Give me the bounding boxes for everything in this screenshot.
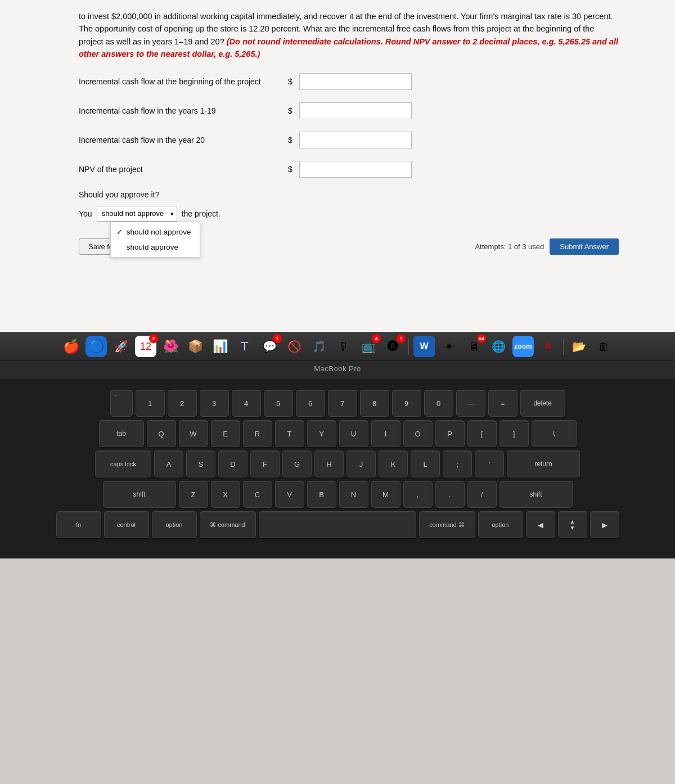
key-arrow-left[interactable]: ◀: [526, 511, 555, 538]
dropdown-wrapper[interactable]: should not approve should approve should…: [97, 206, 177, 222]
key-4[interactable]: 4: [232, 390, 261, 417]
key-minus[interactable]: —: [456, 390, 485, 417]
key-a[interactable]: A: [154, 450, 183, 477]
key-o[interactable]: O: [403, 420, 433, 447]
key-u[interactable]: U: [339, 420, 368, 447]
key-backslash[interactable]: \: [532, 420, 577, 447]
key-m[interactable]: M: [371, 481, 400, 508]
field-row-3: Incremental cash flow in the year 20 $: [79, 132, 658, 148]
app6-icon[interactable]: 📊: [209, 336, 231, 357]
key-g[interactable]: G: [282, 450, 312, 477]
chrome-icon[interactable]: 🌐: [488, 336, 509, 357]
trash-icon[interactable]: 🗑: [593, 336, 614, 357]
key-ctrl[interactable]: control: [104, 511, 149, 538]
key-equals[interactable]: =: [488, 390, 518, 417]
key-quote[interactable]: ': [475, 450, 504, 477]
key-j[interactable]: J: [346, 450, 376, 477]
podcast-icon[interactable]: 🎙: [333, 336, 354, 357]
key-shift-left[interactable]: shift: [103, 481, 176, 508]
key-arrow-up-down[interactable]: ▲▼: [558, 511, 587, 538]
activity-icon[interactable]: 🅐 1: [382, 336, 404, 357]
key-fn[interactable]: fn: [56, 511, 101, 538]
field-input-3[interactable]: [299, 132, 412, 148]
key-x[interactable]: X: [211, 481, 240, 508]
field-input-1[interactable]: [299, 73, 412, 90]
key-arrow-right[interactable]: ▶: [590, 511, 619, 538]
should-approve-label: Should you approve it?: [79, 190, 658, 199]
app8-badge: 1: [273, 334, 282, 343]
submit-answer-button[interactable]: Submit Answer: [550, 238, 619, 255]
popup-item-should-approve[interactable]: should approve: [111, 240, 200, 255]
key-c[interactable]: C: [243, 481, 272, 508]
app8-icon[interactable]: 💬 1: [259, 336, 280, 357]
key-caps[interactable]: caps lock: [95, 450, 151, 477]
photos-icon[interactable]: 🌺: [160, 336, 181, 357]
field-input-4[interactable]: [299, 161, 412, 178]
popup-item-should-not-approve[interactable]: should not approve: [111, 224, 200, 240]
fields-section: Incremental cash flow at the beginning o…: [79, 73, 658, 178]
key-l[interactable]: L: [411, 450, 440, 477]
key-bracket-left[interactable]: [: [467, 420, 497, 447]
key-n[interactable]: N: [339, 481, 368, 508]
key-tab[interactable]: tab: [99, 420, 144, 447]
key-slash[interactable]: /: [467, 481, 497, 508]
finder-icon[interactable]: 🔵: [86, 336, 107, 357]
key-6[interactable]: 6: [296, 390, 325, 417]
key-k[interactable]: K: [379, 450, 408, 477]
key-return[interactable]: return: [507, 450, 580, 477]
zoom-icon[interactable]: zoom: [512, 336, 534, 357]
key-option[interactable]: option: [152, 511, 197, 538]
music-icon[interactable]: 🎵: [308, 336, 330, 357]
calendar-icon[interactable]: 12 2: [135, 336, 156, 357]
key-7[interactable]: 7: [328, 390, 357, 417]
key-cmd-right[interactable]: command ⌘: [419, 511, 475, 538]
field-row-1: Incremental cash flow at the beginning o…: [79, 73, 658, 90]
key-w[interactable]: W: [179, 420, 208, 447]
app5-icon[interactable]: 📦: [184, 336, 206, 357]
key-period[interactable]: .: [435, 481, 465, 508]
acrobat-icon[interactable]: A: [537, 336, 559, 357]
key-8[interactable]: 8: [360, 390, 389, 417]
apple-icon[interactable]: 🍎: [61, 336, 82, 357]
key-cmd-left[interactable]: ⌘ command: [200, 511, 256, 538]
tv-icon[interactable]: 📺 4: [358, 336, 379, 357]
key-b[interactable]: B: [307, 481, 336, 508]
key-d[interactable]: D: [218, 450, 248, 477]
key-e[interactable]: E: [211, 420, 240, 447]
key-0[interactable]: 0: [424, 390, 453, 417]
key-shift-right[interactable]: shift: [500, 481, 573, 508]
key-9[interactable]: 9: [392, 390, 421, 417]
app7-icon[interactable]: T: [234, 336, 255, 357]
key-q[interactable]: Q: [147, 420, 176, 447]
key-p[interactable]: P: [435, 420, 465, 447]
approve-dropdown[interactable]: should not approve should approve: [97, 206, 177, 222]
key-h[interactable]: H: [314, 450, 344, 477]
key-f[interactable]: F: [250, 450, 280, 477]
key-z[interactable]: Z: [179, 481, 208, 508]
key-bracket-right[interactable]: ]: [500, 420, 529, 447]
key-option-right[interactable]: option: [478, 511, 523, 538]
key-3[interactable]: 3: [200, 390, 229, 417]
key-1[interactable]: 1: [136, 390, 165, 417]
key-tilde[interactable]: ~: [110, 390, 133, 417]
launchpad-icon[interactable]: 🚀: [110, 336, 132, 357]
key-v[interactable]: V: [275, 481, 304, 508]
bluetooth-icon[interactable]: ✴: [438, 336, 460, 357]
key-2[interactable]: 2: [168, 390, 197, 417]
key-t[interactable]: T: [275, 420, 304, 447]
key-i[interactable]: I: [371, 420, 400, 447]
key-space[interactable]: [259, 511, 416, 538]
app9-icon[interactable]: 🚫: [284, 336, 305, 357]
key-r[interactable]: R: [243, 420, 272, 447]
key-y[interactable]: Y: [307, 420, 336, 447]
app10-icon[interactable]: 🖥 64: [463, 336, 484, 357]
key-semicolon[interactable]: ;: [443, 450, 472, 477]
field-input-2[interactable]: [299, 102, 412, 119]
files-icon[interactable]: 📂: [568, 336, 590, 357]
word-icon[interactable]: W: [413, 336, 435, 357]
key-delete[interactable]: delete: [520, 390, 565, 417]
key-5[interactable]: 5: [264, 390, 293, 417]
dollar-sign-3: $: [288, 136, 292, 145]
key-s[interactable]: S: [186, 450, 215, 477]
key-comma[interactable]: ,: [403, 481, 433, 508]
